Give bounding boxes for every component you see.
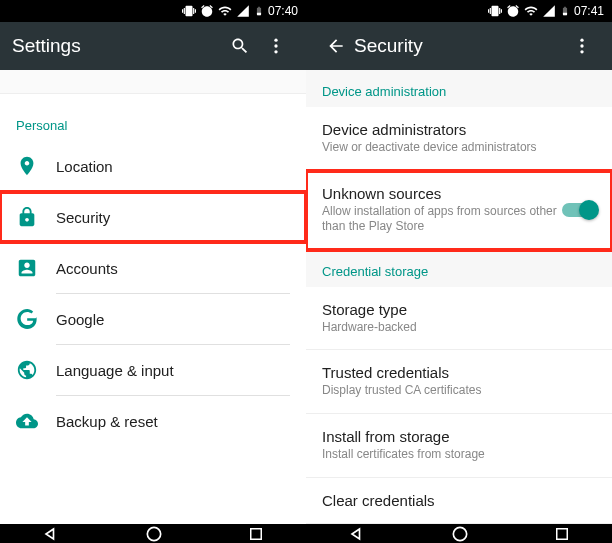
wifi-icon bbox=[524, 4, 538, 18]
security-list: Device administration Device administrat… bbox=[306, 70, 612, 524]
security-item-install-from-storage[interactable]: Install from storage Install certificate… bbox=[306, 414, 612, 478]
settings-item-security[interactable]: Security bbox=[0, 192, 306, 242]
setting-subtitle: View or deactivate device administrators bbox=[322, 140, 596, 156]
nav-back-button[interactable] bbox=[347, 524, 367, 543]
svg-point-3 bbox=[580, 39, 583, 42]
settings-item-label: Language & input bbox=[56, 362, 290, 379]
settings-item-location[interactable]: Location bbox=[0, 141, 306, 191]
settings-item-accounts[interactable]: Accounts bbox=[0, 243, 306, 293]
svg-point-1 bbox=[274, 44, 277, 47]
overflow-menu-button[interactable] bbox=[564, 36, 600, 56]
settings-item-label: Location bbox=[56, 158, 290, 175]
battery-icon bbox=[560, 4, 570, 18]
setting-title: Clear credentials bbox=[322, 492, 596, 509]
nav-home-button[interactable] bbox=[144, 524, 164, 543]
signal-icon bbox=[542, 4, 556, 18]
lock-icon bbox=[16, 206, 56, 228]
app-bar: Security bbox=[306, 22, 612, 70]
security-item-storage-type[interactable]: Storage type Hardware-backed bbox=[306, 287, 612, 351]
setting-subtitle: Hardware-backed bbox=[322, 320, 596, 336]
nav-recents-button[interactable] bbox=[553, 525, 571, 543]
cloud-upload-icon bbox=[16, 410, 56, 432]
globe-icon bbox=[16, 359, 56, 381]
section-header-personal: Personal bbox=[0, 104, 306, 141]
back-button[interactable] bbox=[318, 36, 354, 56]
unknown-sources-toggle[interactable] bbox=[562, 203, 596, 217]
settings-item-google[interactable]: Google bbox=[0, 294, 306, 344]
signal-icon bbox=[236, 4, 250, 18]
status-time: 07:41 bbox=[574, 4, 604, 18]
security-item-clear-credentials[interactable]: Clear credentials bbox=[306, 478, 612, 524]
setting-subtitle: Install certificates from storage bbox=[322, 447, 596, 463]
navigation-bar bbox=[0, 524, 612, 543]
nav-recents-button[interactable] bbox=[247, 525, 265, 543]
page-title: Settings bbox=[12, 35, 222, 57]
setting-title: Unknown sources bbox=[322, 185, 562, 202]
security-item-trusted-credentials[interactable]: Trusted credentials Display trusted CA c… bbox=[306, 350, 612, 414]
setting-title: Storage type bbox=[322, 301, 596, 318]
setting-subtitle: Allow installation of apps from sources … bbox=[322, 204, 562, 235]
overflow-menu-button[interactable] bbox=[258, 36, 294, 56]
settings-item-language[interactable]: Language & input bbox=[0, 345, 306, 395]
app-bar: Settings bbox=[0, 22, 306, 70]
svg-rect-7 bbox=[250, 528, 261, 539]
svg-point-4 bbox=[580, 44, 583, 47]
vibrate-icon bbox=[488, 4, 502, 18]
status-bar: 07:41 bbox=[306, 0, 612, 22]
alarm-icon bbox=[200, 4, 214, 18]
settings-item-label: Security bbox=[56, 209, 290, 226]
person-icon bbox=[16, 257, 56, 279]
battery-icon bbox=[254, 4, 264, 18]
svg-point-5 bbox=[580, 50, 583, 53]
security-item-device-admins[interactable]: Device administrators View or deactivate… bbox=[306, 107, 612, 171]
settings-item-label: Google bbox=[56, 311, 290, 328]
search-button[interactable] bbox=[222, 36, 258, 56]
setting-title: Device administrators bbox=[322, 121, 596, 138]
settings-item-label: Accounts bbox=[56, 260, 290, 277]
setting-title: Trusted credentials bbox=[322, 364, 596, 381]
security-item-unknown-sources[interactable]: Unknown sources Allow installation of ap… bbox=[306, 171, 612, 250]
svg-point-6 bbox=[147, 527, 160, 540]
setting-subtitle: Display trusted CA certificates bbox=[322, 383, 596, 399]
status-time: 07:40 bbox=[268, 4, 298, 18]
wifi-icon bbox=[218, 4, 232, 18]
settings-item-label: Backup & reset bbox=[56, 413, 290, 430]
settings-list: Personal Location Security Accounts Goog… bbox=[0, 70, 306, 524]
svg-rect-9 bbox=[556, 528, 567, 539]
nav-back-button[interactable] bbox=[41, 524, 61, 543]
page-title: Security bbox=[354, 35, 564, 57]
location-icon bbox=[16, 155, 56, 177]
svg-point-2 bbox=[274, 50, 277, 53]
vibrate-icon bbox=[182, 4, 196, 18]
section-header-device-admin: Device administration bbox=[306, 70, 612, 107]
svg-point-8 bbox=[453, 527, 466, 540]
alarm-icon bbox=[506, 4, 520, 18]
status-bar: 07:40 bbox=[0, 0, 306, 22]
settings-item-backup[interactable]: Backup & reset bbox=[0, 396, 306, 446]
section-header-credential-storage: Credential storage bbox=[306, 250, 612, 287]
setting-title: Install from storage bbox=[322, 428, 596, 445]
nav-home-button[interactable] bbox=[450, 524, 470, 543]
svg-point-0 bbox=[274, 39, 277, 42]
google-icon bbox=[16, 308, 56, 330]
